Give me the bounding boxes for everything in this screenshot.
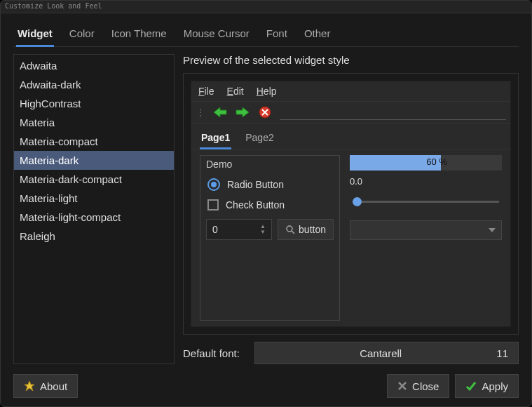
menu-file[interactable]: File (198, 86, 214, 97)
apply-button[interactable]: Apply (455, 374, 519, 398)
demo-frame: Demo Radio Button Check Button (200, 155, 340, 321)
spin-button[interactable]: 0 ▲▼ (206, 219, 272, 240)
tab-font[interactable]: Font (265, 23, 289, 46)
default-font-label: Default font: (183, 347, 246, 359)
toolbar-grip-icon[interactable]: ⋮ (196, 107, 205, 117)
tab-icon-theme[interactable]: Icon Theme (110, 23, 168, 46)
theme-item[interactable]: Adwaita (14, 56, 174, 75)
theme-item[interactable]: Materia-dark (14, 151, 174, 170)
preview-label: Preview of the selected widget style (183, 54, 519, 66)
preview-box: File Edit Help ⋮ (183, 73, 519, 335)
font-name: Cantarell (265, 347, 496, 359)
theme-item[interactable]: Materia (14, 113, 174, 132)
check-label: Check Button (226, 199, 285, 211)
content-area: Widget Color Icon Theme Mouse Cursor Fon… (1, 13, 531, 371)
preview-toolbar: ⋮ (191, 101, 510, 124)
tab-other[interactable]: Other (303, 23, 332, 46)
tab-mouse-cursor[interactable]: Mouse Cursor (182, 23, 251, 46)
chevron-down-icon (489, 228, 496, 232)
widget-page: Adwaita Adwaita-dark HighContrast Materi… (13, 54, 519, 364)
svg-marker-5 (489, 228, 496, 232)
svg-marker-0 (214, 107, 226, 117)
toolbar-entry[interactable] (280, 105, 506, 120)
theme-item[interactable]: Materia-light (14, 189, 174, 208)
action-bar: About Close Apply (1, 371, 531, 406)
font-chooser-button[interactable]: Cantarell 11 (254, 342, 519, 364)
arrow-left-icon (213, 107, 227, 118)
main-tabs: Widget Color Icon Theme Mouse Cursor Fon… (13, 23, 519, 47)
stop-icon (259, 106, 271, 119)
preview-column: Preview of the selected widget style Fil… (183, 54, 519, 364)
star-icon (24, 380, 35, 392)
close-button[interactable]: Close (387, 374, 449, 398)
check-button[interactable]: Check Button (206, 195, 334, 215)
demo-button[interactable]: button (278, 219, 334, 240)
window: Customize Look and Feel Widget Color Ico… (0, 0, 532, 407)
preview-menubar: File Edit Help (191, 81, 510, 101)
svg-point-3 (287, 226, 292, 232)
menu-edit[interactable]: Edit (227, 86, 244, 97)
scale-track (353, 201, 499, 203)
checkbox-icon (207, 199, 219, 211)
radio-icon (207, 178, 220, 191)
search-icon (285, 225, 295, 234)
arrow-right-icon (236, 107, 250, 118)
spin-arrows-icon[interactable]: ▲▼ (260, 220, 270, 239)
theme-item[interactable]: Materia-light-compact (14, 208, 174, 227)
back-button[interactable] (212, 105, 228, 120)
preview-widget: File Edit Help ⋮ (191, 81, 511, 327)
theme-list[interactable]: Adwaita Adwaita-dark HighContrast Materi… (13, 54, 175, 364)
scale-slider[interactable] (350, 195, 502, 208)
inner-tab-page2[interactable]: Page2 (244, 129, 275, 149)
svg-line-4 (292, 231, 294, 234)
demo-area: Demo Radio Button Check Button (191, 149, 510, 326)
demo-right: 60 % 0.0 (350, 155, 502, 321)
forward-button[interactable] (235, 105, 250, 120)
close-icon (397, 381, 407, 391)
tab-color[interactable]: Color (68, 23, 96, 46)
svg-marker-1 (236, 107, 249, 117)
theme-item[interactable]: Materia-dark-compact (14, 170, 174, 189)
tab-widget[interactable]: Widget (16, 23, 54, 47)
theme-item[interactable]: HighContrast (14, 94, 174, 113)
theme-item[interactable]: Adwaita-dark (14, 75, 174, 94)
theme-item[interactable]: Materia-compact (14, 132, 174, 151)
inner-tab-page1[interactable]: Page1 (200, 129, 231, 149)
about-button[interactable]: About (13, 374, 78, 398)
combo-box[interactable] (350, 220, 502, 240)
theme-item[interactable]: Raleigh (14, 227, 174, 246)
demo-frame-title: Demo (206, 159, 334, 170)
radio-label: Radio Button (227, 179, 284, 190)
window-title: Customize Look and Feel (1, 1, 531, 13)
close-label: Close (412, 380, 439, 392)
about-label: About (40, 380, 67, 392)
preview-inner-tabs: Page1 Page2 (191, 124, 510, 149)
progress-text: 60 % (426, 156, 447, 167)
svg-marker-6 (25, 381, 34, 391)
demo-button-label: button (299, 224, 326, 235)
radio-button[interactable]: Radio Button (206, 174, 334, 195)
check-icon (465, 381, 477, 391)
scale-thumb[interactable] (353, 197, 362, 206)
menu-help[interactable]: Help (257, 86, 277, 97)
font-size: 11 (496, 347, 508, 359)
default-font-row: Default font: Cantarell 11 (183, 342, 519, 364)
stop-button[interactable] (257, 105, 273, 120)
scale-value-label: 0.0 (350, 176, 502, 187)
spin-value: 0 (212, 224, 218, 235)
progress-bar: 60 % (350, 155, 502, 171)
apply-label: Apply (482, 380, 508, 392)
